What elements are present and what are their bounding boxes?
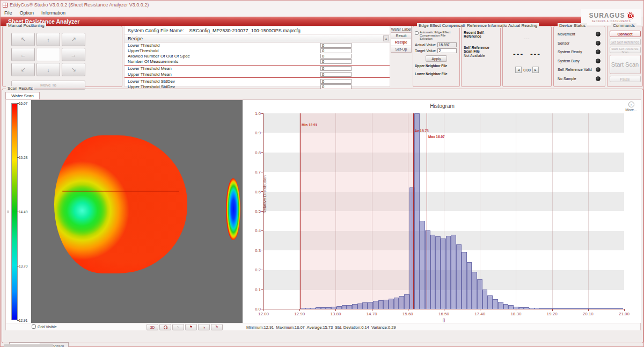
x-tick-label: 19.20 [547, 312, 558, 316]
move-left-button[interactable]: ← [11, 48, 35, 61]
y-tick-mark [261, 113, 264, 114]
status-label: System Busy [558, 59, 580, 63]
status-led-icon [596, 59, 601, 63]
scan-results-title: Scan Results [6, 86, 34, 91]
x-gridline [552, 113, 553, 309]
arrow-up-icon: ↑ [47, 37, 50, 43]
separator [125, 65, 390, 66]
scroll-up-icon[interactable]: ▲ [383, 35, 389, 41]
tab-result[interactable]: Result [391, 33, 412, 40]
wafer-heatmap [54, 135, 187, 273]
lower-neighbor-file-label: Lower Neighbor File [415, 72, 458, 76]
move-down-right-button[interactable]: ↘ [62, 63, 85, 76]
move-right-button[interactable]: → [62, 48, 85, 61]
pause-button[interactable]: Pause [610, 76, 641, 82]
actual-reading-secondary: --- [503, 36, 551, 41]
wafer-heatmap-canvas[interactable] [31, 100, 243, 323]
target-value-field[interactable] [437, 48, 457, 53]
lower-threshold-stddev-input[interactable] [320, 79, 352, 84]
histogram-bar [362, 302, 368, 309]
histogram-bar [608, 308, 613, 309]
histogram-bar [404, 294, 409, 309]
spin-left-button[interactable]: ◀ [515, 67, 522, 73]
x-tick-mark [408, 309, 408, 311]
histogram-bar [435, 236, 441, 309]
x-tick-mark [264, 309, 264, 311]
contrast-button[interactable]: ◑ [198, 324, 210, 330]
histogram-bar [446, 236, 451, 309]
y-tick-label: 0.6 [255, 189, 261, 194]
lower-threshold-input[interactable] [320, 43, 352, 48]
menu-information[interactable]: Information [38, 10, 69, 16]
field-label: Lower Threshold Mean [128, 66, 172, 71]
x-tick-mark [480, 309, 480, 311]
color-scale-tick: 13.70 [19, 264, 27, 268]
y-tick-label: 0.2 [255, 268, 261, 272]
x-tick-mark [588, 309, 589, 311]
flag-marker-button[interactable]: ⚑ [185, 324, 197, 330]
target-value-label: Target Value [415, 49, 436, 53]
connect-button[interactable]: Connect [610, 31, 641, 37]
x-gridline [408, 113, 408, 309]
x-gridline [516, 113, 516, 309]
get-self-reference-button[interactable]: Get Self Reference [610, 39, 641, 45]
tab-recipe[interactable]: Recipe [391, 39, 412, 46]
move-up-left-button[interactable]: ↖ [11, 33, 35, 46]
x-tick-label: 15.60 [402, 312, 413, 316]
refresh-button[interactable]: ↻ [211, 324, 223, 330]
x-axis-label: [] [443, 317, 445, 322]
lower-threshold-mean-input[interactable] [320, 66, 352, 71]
tab-set-up[interactable]: Set-Up [391, 46, 412, 53]
move-up-right-button[interactable]: ↗ [62, 33, 85, 46]
marker-label: Max 16.07 [428, 135, 445, 139]
y-tick-mark [261, 133, 264, 133]
zoom-button[interactable] [159, 324, 171, 330]
arrow-cursor-icon: ↖ [177, 325, 179, 329]
status-led-icon [596, 41, 601, 46]
more-button[interactable]: More... [625, 108, 637, 112]
number-of-measurements-input[interactable] [320, 59, 352, 64]
apply-button[interactable]: Apply [426, 55, 447, 62]
menu-option[interactable]: Option [16, 10, 38, 16]
move-down-left-button[interactable]: ↙ [11, 63, 35, 76]
menu-file[interactable]: File [1, 10, 16, 16]
expand-icon[interactable]: ↑ [628, 102, 634, 107]
move-up-button[interactable]: ↑ [36, 33, 60, 46]
histogram-bar [514, 307, 519, 309]
taskbar-peek [4, 344, 53, 347]
allowed-out-of-spec-input[interactable] [320, 54, 352, 59]
histogram-bar [545, 308, 550, 309]
tab-wafer-label[interactable]: Wafer Label [391, 26, 412, 33]
histogram-bar [555, 308, 561, 309]
recipe-section-header[interactable]: Recipe ▲ [125, 35, 390, 42]
recipe-config-panel: System Config File Name: SRConfig_MP2530… [124, 26, 390, 87]
histogram-bar [310, 308, 316, 309]
y-tick-mark [261, 172, 264, 172]
start-scan-button[interactable]: Start Scan [610, 55, 641, 74]
histogram-bar [467, 262, 472, 309]
auto-edge-effect-checkbox[interactable] [415, 31, 419, 35]
move-down-button[interactable]: ↓ [36, 63, 60, 76]
device-status-panel: Device Status Movement Sensor System Rea… [553, 26, 605, 87]
upper-threshold-mean-input[interactable] [320, 72, 352, 77]
upper-threshold-input[interactable] [320, 48, 352, 53]
grid-visible-checkbox[interactable] [32, 324, 36, 329]
spin-right-button[interactable]: ▶ [532, 67, 539, 73]
tab-wafer-scan[interactable]: Wafer Scan [5, 92, 40, 99]
start-self-reference-scan-button[interactable]: Start Self Reference Scan [610, 47, 641, 53]
histogram-bar [519, 307, 524, 309]
status-label: System Ready [558, 50, 582, 54]
color-scale-tick: 16.07 [19, 102, 27, 105]
shaded-region [299, 113, 413, 309]
scan-results-panel: Scan Results Wafer Scan 16.0715.2814.491… [2, 89, 643, 343]
separator [125, 77, 390, 78]
self-reference-scan-file-value: Not Available [464, 54, 498, 57]
histogram-bar [535, 308, 540, 309]
histogram-bar [508, 305, 514, 309]
x-tick-label: 21.00 [619, 312, 630, 316]
y-tick-mark [261, 191, 264, 192]
marker-label: Av 15.73 [415, 129, 429, 133]
pan-button[interactable]: ↖ [172, 324, 184, 330]
status-row-self-reference-valid: Self-Reference Valid [554, 66, 605, 74]
view-3d-button[interactable]: 3D [147, 324, 158, 330]
